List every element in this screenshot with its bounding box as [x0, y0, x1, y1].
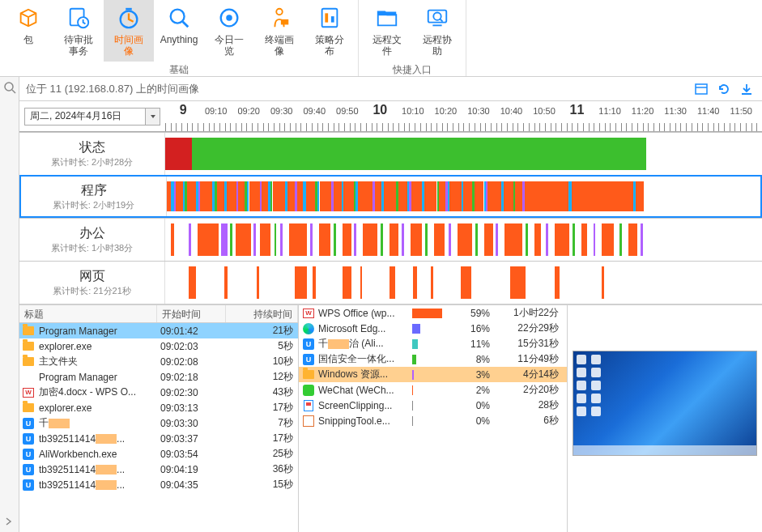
- title-table-row[interactable]: Utb392511414...09:04:3515秒: [19, 477, 298, 492]
- bar-segment: [187, 181, 197, 211]
- duration-cell: 15秒: [226, 478, 296, 492]
- category-bars[interactable]: [165, 133, 762, 175]
- category-row-office[interactable]: 办公累计时长: 1小时38分: [19, 218, 762, 261]
- ruler-minor-label: 10:10: [402, 106, 424, 116]
- ruler-minor-label: 09:50: [336, 106, 359, 116]
- time-ruler[interactable]: 9101109:1009:2009:3009:4009:5010:1010:20…: [165, 101, 762, 131]
- card-view-icon[interactable]: [692, 80, 710, 98]
- title-table-row[interactable]: UAliWorkbench.exe09:03:5425秒: [19, 446, 298, 462]
- bar-segment: [354, 223, 356, 256]
- terminal-icon: [266, 5, 292, 31]
- title-cell: tb392511414...: [36, 464, 157, 475]
- app-stats-row[interactable]: ScreenClipping...0%28秒: [299, 398, 567, 413]
- app-stats-row[interactable]: Microsoft Edg...16%22分29秒: [299, 321, 567, 336]
- app-pct-cell: 16%: [462, 323, 495, 334]
- duration-cell: 10秒: [226, 355, 296, 368]
- start-cell: 09:04:19: [157, 464, 226, 475]
- date-picker-value[interactable]: 周二, 2024年4月16日: [24, 108, 146, 126]
- app-stats-panel: WWPS Office (wp...59%1小时22分Microsoft Edg…: [299, 305, 568, 532]
- title-table-row[interactable]: Utb392511414...09:04:1936秒: [19, 462, 298, 477]
- bar-segment: [192, 138, 646, 170]
- ruler-minor-label: 10:30: [467, 106, 490, 116]
- remotefile-icon: [374, 5, 400, 31]
- bar-segment: [487, 181, 501, 211]
- ribbon-item-approve[interactable]: 待审批事务: [53, 0, 104, 62]
- category-bars[interactable]: [165, 262, 762, 304]
- col-start[interactable]: 开始时间: [157, 305, 226, 322]
- col-title[interactable]: 标题: [19, 305, 157, 322]
- category-bars[interactable]: [165, 219, 762, 261]
- bar-segment: [236, 223, 250, 256]
- ribbon-item-policy[interactable]: 策略分布: [304, 0, 355, 62]
- start-cell: 09:02:30: [157, 387, 226, 398]
- app-u-icon: U: [23, 464, 34, 475]
- ribbon-item-timeimg[interactable]: 时间画像: [104, 0, 154, 62]
- desktop-thumbnail[interactable]: [573, 351, 757, 456]
- title-table-row[interactable]: W加密4.docx - WPS O...09:02:3043秒: [19, 385, 298, 400]
- date-picker-dropdown[interactable]: [146, 108, 160, 126]
- category-title: 程序: [81, 182, 107, 199]
- title-table-row[interactable]: explorer.exe09:03:1317秒: [19, 400, 298, 415]
- ribbon-item-remoteassist[interactable]: 远程协助: [412, 0, 462, 62]
- title-table-row[interactable]: 主文件夹09:02:0810秒: [19, 354, 298, 369]
- duration-cell: 17秒: [226, 432, 296, 445]
- title-cell: tb392511414...: [36, 479, 157, 491]
- category-row-status[interactable]: 状态累计时长: 2小时28分: [19, 132, 762, 175]
- bar-segment: [176, 181, 183, 211]
- download-icon[interactable]: [738, 80, 756, 98]
- ruler-major-label: 10: [372, 103, 387, 117]
- bar-segment: [381, 223, 383, 256]
- ribbon-item-label: 待审批事务: [60, 34, 97, 57]
- app-pct-cell: 0%: [462, 415, 495, 427]
- ribbon-item-remotefile[interactable]: 远程文件: [362, 0, 412, 62]
- bar-segment: [227, 181, 236, 211]
- bar-segment: [434, 223, 445, 256]
- search-icon[interactable]: [1, 79, 19, 96]
- title-cell: explorer.exe: [36, 341, 157, 352]
- category-label-area: 程序累计时长: 2小时19分: [21, 177, 167, 216]
- app-stats-row[interactable]: U千治 (Ali...11%15分31秒: [299, 336, 567, 351]
- category-bars[interactable]: [167, 177, 760, 216]
- app-stats-row[interactable]: WeChat (WeCh...2%2分20秒: [299, 382, 567, 398]
- app-u-icon: U: [23, 433, 34, 445]
- bar-segment: [343, 223, 351, 256]
- category-row-web[interactable]: 网页累计时长: 21分21秒: [19, 261, 762, 304]
- bar-segment: [555, 266, 560, 299]
- bar-segment: [461, 266, 471, 299]
- col-duration[interactable]: 持续时间: [226, 305, 298, 322]
- ribbon-item-label: Anything: [160, 34, 198, 45]
- approve-icon: [66, 5, 92, 31]
- bar-segment: [273, 181, 286, 211]
- bar-segment: [484, 223, 493, 256]
- app-pct-cell: 11%: [462, 338, 495, 350]
- bar-segment: [515, 181, 522, 211]
- bar-segment: [358, 181, 372, 211]
- app-stats-row[interactable]: U国信安全一体化...8%11分49秒: [299, 351, 567, 367]
- bar-segment: [594, 223, 596, 256]
- title-table-row[interactable]: Utb392511414...09:03:3717秒: [19, 431, 298, 446]
- bar-segment: [238, 181, 245, 211]
- category-title: 办公: [79, 225, 105, 242]
- ribbon-item-pkg[interactable]: 包: [3, 0, 53, 62]
- bar-segment: [189, 266, 196, 299]
- ribbon-item-anything[interactable]: Anything: [154, 0, 204, 62]
- bar-segment: [343, 266, 351, 299]
- title-table-row[interactable]: Program Manager09:01:4221秒: [19, 323, 298, 338]
- edge-icon: [303, 323, 314, 334]
- expand-right-icon[interactable]: [2, 514, 16, 529]
- refresh-icon[interactable]: [715, 80, 733, 98]
- bar-segment: [310, 223, 313, 256]
- title-table-row[interactable]: U千09:03:307秒: [19, 415, 298, 431]
- category-row-programs[interactable]: 程序累计时长: 2小时19分: [19, 175, 762, 218]
- ribbon-item-today[interactable]: 今日一览: [204, 0, 254, 62]
- app-stats-row[interactable]: Windows 资源...3%4分14秒: [299, 367, 567, 382]
- title-table-row[interactable]: Program Manager09:02:1812秒: [19, 369, 298, 385]
- bar-segment: [217, 181, 224, 211]
- ribbon-item-terminal[interactable]: 终端画像: [254, 0, 304, 62]
- app-stats-row[interactable]: WWPS Office (wp...59%1小时22分: [299, 305, 567, 321]
- category-subtitle: 累计时长: 2小时19分: [53, 199, 134, 211]
- bar-segment: [280, 223, 283, 256]
- app-stats-row[interactable]: SnippingTool.e...0%6秒: [299, 413, 567, 428]
- bar-segment: [449, 223, 451, 256]
- title-table-row[interactable]: explorer.exe09:02:035秒: [19, 338, 298, 354]
